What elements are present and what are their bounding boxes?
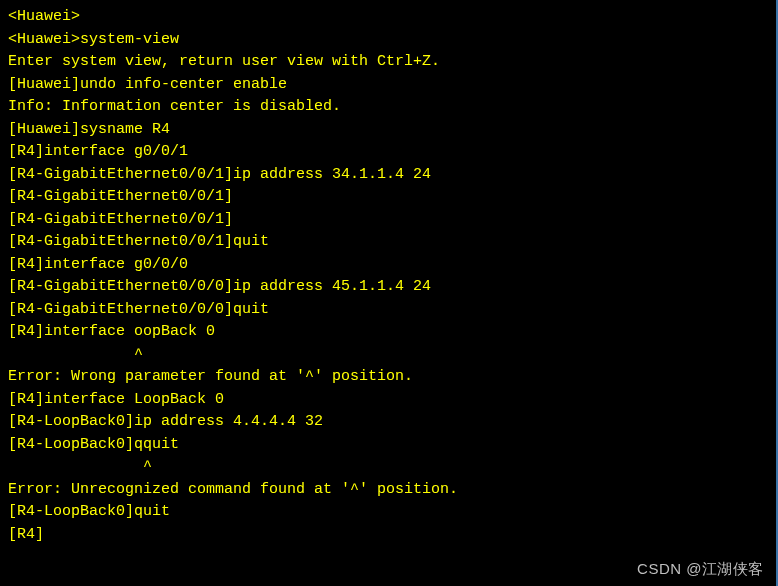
terminal-line: [R4-GigabitEthernet0/0/1] — [8, 186, 768, 209]
terminal-line: <Huawei> — [8, 6, 768, 29]
terminal-line: [R4-LoopBack0]qquit — [8, 434, 768, 457]
terminal-line: ^ — [8, 456, 768, 479]
terminal-line: Info: Information center is disabled. — [8, 96, 768, 119]
terminal-line: <Huawei>system-view — [8, 29, 768, 52]
terminal-line: [R4-GigabitEthernet0/0/0]quit — [8, 299, 768, 322]
terminal-output[interactable]: <Huawei><Huawei>system-viewEnter system … — [8, 6, 768, 546]
terminal-line: [Huawei]undo info-center enable — [8, 74, 768, 97]
terminal-line: [R4-GigabitEthernet0/0/1]quit — [8, 231, 768, 254]
terminal-line: Error: Wrong parameter found at '^' posi… — [8, 366, 768, 389]
terminal-line: [R4]interface g0/0/0 — [8, 254, 768, 277]
terminal-line: [R4]interface LoopBack 0 — [8, 389, 768, 412]
terminal-line: Enter system view, return user view with… — [8, 51, 768, 74]
terminal-line: [R4-GigabitEthernet0/0/1]ip address 34.1… — [8, 164, 768, 187]
watermark-text: CSDN @江湖侠客 — [637, 558, 764, 581]
terminal-line: [R4]interface oopBack 0 — [8, 321, 768, 344]
terminal-line: [R4-LoopBack0]quit — [8, 501, 768, 524]
terminal-line: [R4-GigabitEthernet0/0/0]ip address 45.1… — [8, 276, 768, 299]
terminal-line: ^ — [8, 344, 768, 367]
terminal-line: [R4]interface g0/0/1 — [8, 141, 768, 164]
terminal-line: Error: Unrecognized command found at '^'… — [8, 479, 768, 502]
terminal-line: [R4-LoopBack0]ip address 4.4.4.4 32 — [8, 411, 768, 434]
terminal-line: [R4-GigabitEthernet0/0/1] — [8, 209, 768, 232]
terminal-line: [Huawei]sysname R4 — [8, 119, 768, 142]
terminal-line: [R4] — [8, 524, 768, 547]
